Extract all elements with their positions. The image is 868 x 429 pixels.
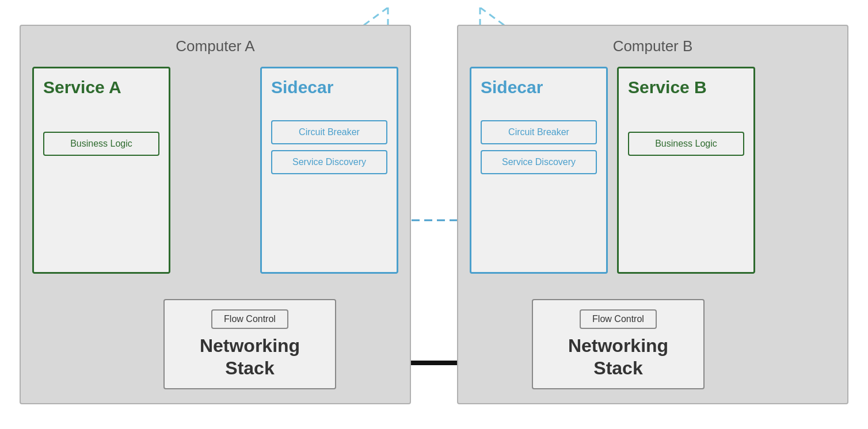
diagram-wrapper: Computer A Service A Business Logic Side… <box>8 7 860 422</box>
computer-b-inner: Sidecar Circuit Breaker Service Discover… <box>470 67 836 274</box>
service-a-business-logic: Business Logic <box>43 132 159 156</box>
networking-stack-a: Flow Control NetworkingStack <box>163 299 336 389</box>
service-b-box: Service B Business Logic <box>617 67 755 274</box>
service-a-title: Service A <box>43 78 159 97</box>
networking-stack-b-title: NetworkingStack <box>542 335 694 379</box>
sidecar-a-title: Sidecar <box>271 78 387 97</box>
sidecar-a-circuit-breaker: Circuit Breaker <box>271 120 387 144</box>
sidecar-b-title: Sidecar <box>481 78 597 97</box>
computer-a-title: Computer A <box>32 37 398 55</box>
sidecar-a-service-discovery: Service Discovery <box>271 150 387 174</box>
service-b-title: Service B <box>628 78 744 97</box>
sidecar-b-box: Sidecar Circuit Breaker Service Discover… <box>470 67 608 274</box>
computer-b-title: Computer B <box>470 37 836 55</box>
sidecar-b-circuit-breaker: Circuit Breaker <box>481 120 597 144</box>
computer-a-inner: Service A Business Logic Sidecar Circuit… <box>32 67 398 274</box>
sidecar-a-box: Sidecar Circuit Breaker Service Discover… <box>260 67 398 274</box>
sidecar-b-service-discovery: Service Discovery <box>481 150 597 174</box>
computer-b: Computer B Sidecar Circuit Breaker Servi… <box>457 25 848 404</box>
networking-stack-b: Flow Control NetworkingStack <box>532 299 705 389</box>
service-b-business-logic: Business Logic <box>628 132 744 156</box>
networking-stack-a-title: NetworkingStack <box>174 335 326 379</box>
service-a-box: Service A Business Logic <box>32 67 170 274</box>
flow-control-a: Flow Control <box>211 309 288 329</box>
computer-a: Computer A Service A Business Logic Side… <box>20 25 411 404</box>
flow-control-b: Flow Control <box>580 309 657 329</box>
